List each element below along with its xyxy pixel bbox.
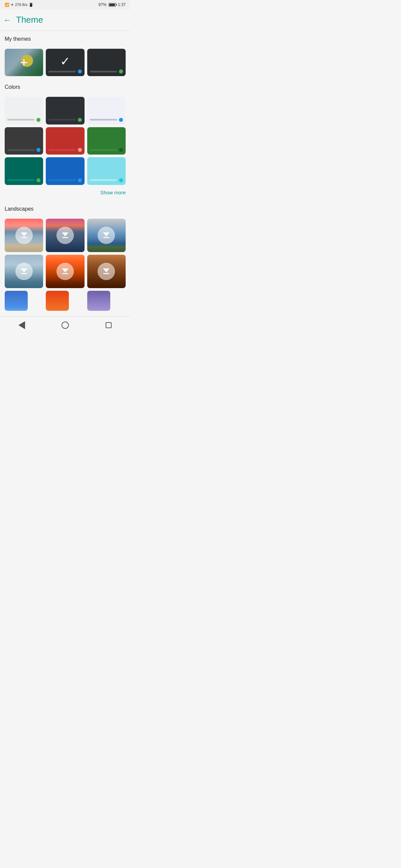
landscape-card-4[interactable] [5,255,43,288]
back-button[interactable]: ← [3,16,11,24]
cf [90,118,123,122]
dark-theme-2-card[interactable] [87,49,126,76]
flight-icon: ✈ [11,3,14,7]
download-btn-6[interactable] [97,263,115,280]
landscape-card-6[interactable] [87,255,126,288]
cf [49,178,82,182]
cb [49,179,76,181]
data-speed: 278 B/s [15,3,27,7]
download-arrow-icon [62,232,68,236]
vibrate-icon: 📳 [29,3,33,7]
cb [90,149,117,151]
download-line-icon [103,237,109,238]
header: ← Theme [0,9,130,30]
landscape-card-2[interactable] [46,219,84,252]
download-line-icon [62,237,68,238]
download-btn-5[interactable] [56,263,74,280]
color-card-dark[interactable] [46,97,84,124]
cd [78,148,82,152]
landscape-bg-9 [87,291,110,311]
download-arrow-icon [62,269,68,272]
show-more-button[interactable]: Show more [100,190,126,195]
cf [7,118,40,122]
cd [119,178,123,182]
cb [7,149,34,151]
cb [49,149,76,151]
colors-section: Colors [0,79,130,97]
download-btn-3[interactable] [97,227,115,244]
cb [49,119,76,121]
color-card-charcoal[interactable] [5,127,43,155]
card-dot-2 [119,69,123,73]
download-arrow-icon [103,232,110,236]
battery-percent: 97% [98,2,107,7]
status-right: 97% 1:37 [98,2,126,7]
recent-nav-icon [106,322,112,328]
landscape-card-9[interactable] [87,291,110,311]
cf [49,148,82,152]
card-bar-2 [90,71,117,72]
cf [7,178,40,182]
recent-nav-button[interactable] [87,322,130,328]
cd [78,118,82,122]
download-arrow-icon [21,232,27,236]
cf [90,178,123,182]
cd [36,178,40,182]
landscape-card-8[interactable] [46,291,69,311]
landscape-bg-5 [46,255,84,288]
landscape-card-7[interactable] [5,291,28,311]
cf [49,118,82,122]
cd [36,118,40,122]
download-btn-4[interactable] [16,263,33,280]
color-card-cyan[interactable] [87,157,126,185]
cf [7,148,40,152]
status-left: 📶 ✈ 278 B/s 📳 [5,3,33,7]
status-bar: 📶 ✈ 278 B/s 📳 97% 1:37 [0,0,130,9]
landscapes-grid [0,219,130,314]
add-theme-card[interactable]: + [5,49,43,76]
landscape-card-1[interactable] [5,219,43,252]
cb [90,119,117,121]
bottom-navigation [0,316,130,334]
colors-title: Colors [5,84,126,90]
cd [119,118,123,122]
card-dot [78,69,82,73]
color-card-red[interactable] [46,127,84,155]
landscape-bg-3 [87,219,126,252]
landscape-bg-1 [5,219,43,252]
dark-theme-selected-card[interactable]: ✓ [46,49,84,76]
color-card-blue[interactable] [46,157,84,185]
colors-grid [0,97,130,187]
landscape-card-3[interactable] [87,219,126,252]
color-card-light-blue[interactable] [87,97,126,124]
home-nav-icon [61,321,69,329]
cb [7,179,34,181]
battery-icon [109,3,116,7]
home-nav-button[interactable] [44,321,87,329]
cb [7,119,34,121]
show-more-row: Show more [0,188,130,200]
download-line-icon [62,273,68,274]
back-nav-button[interactable] [0,321,44,329]
wifi-icon: 📶 [5,3,9,7]
download-line-icon [103,273,109,274]
landscape-bg-4 [5,255,43,288]
download-arrow-icon [103,269,110,272]
cd [119,148,123,152]
cf [90,148,123,152]
download-line-icon [21,237,27,238]
color-card-light[interactable] [5,97,43,124]
selected-checkmark: ✓ [60,54,70,68]
download-btn-2[interactable] [56,227,74,244]
download-btn-1[interactable] [16,227,33,244]
color-card-teal[interactable] [5,157,43,185]
landscape-bg-6 [87,255,126,288]
my-themes-section: My themes [0,31,130,49]
card-bar [49,71,76,72]
card-footer [49,69,82,73]
landscape-card-5[interactable] [46,255,84,288]
landscapes-title: Landscapes [5,206,126,212]
landscape-bg-7 [5,291,28,311]
color-card-green[interactable] [87,127,126,155]
download-line-icon [21,273,27,274]
